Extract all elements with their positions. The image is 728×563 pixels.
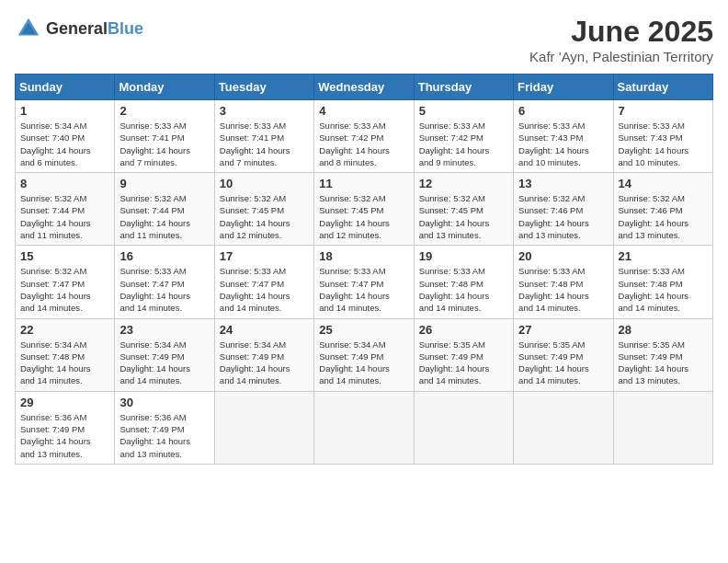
calendar-cell: 5Sunrise: 5:33 AM Sunset: 7:42 PM Daylig… <box>414 100 513 173</box>
calendar-cell: 9Sunrise: 5:32 AM Sunset: 7:44 PM Daylig… <box>115 173 214 246</box>
calendar-cell: 16Sunrise: 5:33 AM Sunset: 7:47 PM Dayli… <box>115 246 214 318</box>
calendar-cell: 10Sunrise: 5:32 AM Sunset: 7:45 PM Dayli… <box>214 173 313 246</box>
day-info: Sunrise: 5:32 AM Sunset: 7:46 PM Dayligh… <box>619 192 708 241</box>
calendar-cell: 24Sunrise: 5:34 AM Sunset: 7:49 PM Dayli… <box>214 318 313 391</box>
day-number: 9 <box>119 177 209 190</box>
day-info: Sunrise: 5:32 AM Sunset: 7:46 PM Dayligh… <box>518 192 608 241</box>
calendar-cell: 1Sunrise: 5:34 AM Sunset: 7:40 PM Daylig… <box>16 100 115 173</box>
day-number: 28 <box>619 323 708 337</box>
calendar-cell: 28Sunrise: 5:35 AM Sunset: 7:49 PM Dayli… <box>613 318 712 391</box>
calendar-week-row: 29Sunrise: 5:36 AM Sunset: 7:49 PM Dayli… <box>16 391 713 464</box>
calendar-cell: 20Sunrise: 5:33 AM Sunset: 7:48 PM Dayli… <box>514 246 613 318</box>
day-number: 18 <box>319 249 408 263</box>
calendar-cell <box>514 391 613 464</box>
day-info: Sunrise: 5:34 AM Sunset: 7:40 PM Dayligh… <box>20 120 109 168</box>
day-info: Sunrise: 5:35 AM Sunset: 7:49 PM Dayligh… <box>419 339 508 387</box>
day-info: Sunrise: 5:33 AM Sunset: 7:47 PM Dayligh… <box>220 265 309 314</box>
calendar-cell: 26Sunrise: 5:35 AM Sunset: 7:49 PM Dayli… <box>414 318 513 391</box>
col-header-monday: Monday <box>115 75 214 100</box>
calendar-cell: 7Sunrise: 5:33 AM Sunset: 7:43 PM Daylig… <box>613 100 712 173</box>
day-number: 26 <box>419 323 508 337</box>
page-header: GeneralBlue June 2025 Kafr 'Ayn, Palesti… <box>15 15 713 64</box>
day-info: Sunrise: 5:33 AM Sunset: 7:47 PM Dayligh… <box>319 265 408 314</box>
calendar-cell: 2Sunrise: 5:33 AM Sunset: 7:41 PM Daylig… <box>115 100 214 173</box>
day-number: 3 <box>220 104 309 118</box>
day-number: 21 <box>619 249 708 263</box>
calendar-cell: 27Sunrise: 5:35 AM Sunset: 7:49 PM Dayli… <box>514 318 613 391</box>
day-info: Sunrise: 5:32 AM Sunset: 7:45 PM Dayligh… <box>419 192 508 241</box>
col-header-saturday: Saturday <box>613 75 712 100</box>
col-header-friday: Friday <box>514 75 613 100</box>
calendar-cell: 13Sunrise: 5:32 AM Sunset: 7:46 PM Dayli… <box>514 173 613 246</box>
day-number: 19 <box>419 249 508 263</box>
day-info: Sunrise: 5:33 AM Sunset: 7:43 PM Dayligh… <box>619 120 708 168</box>
day-number: 29 <box>20 396 109 409</box>
calendar-cell: 6Sunrise: 5:33 AM Sunset: 7:43 PM Daylig… <box>514 100 613 173</box>
day-number: 1 <box>20 104 109 118</box>
calendar-cell: 23Sunrise: 5:34 AM Sunset: 7:49 PM Dayli… <box>115 318 214 391</box>
title-block: June 2025 Kafr 'Ayn, Palestinian Territo… <box>529 15 713 64</box>
col-header-wednesday: Wednesday <box>314 75 414 100</box>
day-info: Sunrise: 5:33 AM Sunset: 7:42 PM Dayligh… <box>419 120 508 168</box>
day-info: Sunrise: 5:34 AM Sunset: 7:48 PM Dayligh… <box>20 339 109 387</box>
page-title: June 2025 <box>529 15 713 49</box>
calendar-cell: 22Sunrise: 5:34 AM Sunset: 7:48 PM Dayli… <box>16 318 115 391</box>
calendar-week-row: 22Sunrise: 5:34 AM Sunset: 7:48 PM Dayli… <box>16 318 713 391</box>
col-header-thursday: Thursday <box>414 75 513 100</box>
day-number: 30 <box>119 396 209 409</box>
day-info: Sunrise: 5:35 AM Sunset: 7:49 PM Dayligh… <box>518 339 608 387</box>
day-info: Sunrise: 5:32 AM Sunset: 7:44 PM Dayligh… <box>20 192 109 241</box>
day-info: Sunrise: 5:33 AM Sunset: 7:48 PM Dayligh… <box>518 265 608 314</box>
day-number: 27 <box>518 323 608 337</box>
day-number: 5 <box>419 104 508 118</box>
day-number: 22 <box>20 323 109 337</box>
day-number: 23 <box>119 323 209 337</box>
logo-blue: Blue <box>108 19 143 38</box>
day-number: 17 <box>220 249 309 263</box>
day-number: 10 <box>220 177 309 190</box>
calendar-cell: 21Sunrise: 5:33 AM Sunset: 7:48 PM Dayli… <box>613 246 712 318</box>
calendar-cell: 11Sunrise: 5:32 AM Sunset: 7:45 PM Dayli… <box>314 173 414 246</box>
calendar-cell <box>314 391 414 464</box>
calendar-week-row: 8Sunrise: 5:32 AM Sunset: 7:44 PM Daylig… <box>16 173 713 246</box>
calendar-week-row: 1Sunrise: 5:34 AM Sunset: 7:40 PM Daylig… <box>16 100 713 173</box>
day-info: Sunrise: 5:36 AM Sunset: 7:49 PM Dayligh… <box>20 411 109 460</box>
day-info: Sunrise: 5:33 AM Sunset: 7:48 PM Dayligh… <box>619 265 708 314</box>
calendar-cell: 19Sunrise: 5:33 AM Sunset: 7:48 PM Dayli… <box>414 246 513 318</box>
calendar-cell <box>414 391 513 464</box>
day-number: 4 <box>319 104 408 118</box>
day-number: 7 <box>619 104 708 118</box>
logo-text: GeneralBlue <box>46 19 143 39</box>
calendar-cell: 17Sunrise: 5:33 AM Sunset: 7:47 PM Dayli… <box>214 246 313 318</box>
day-info: Sunrise: 5:33 AM Sunset: 7:47 PM Dayligh… <box>119 265 209 314</box>
day-number: 25 <box>319 323 408 337</box>
calendar-cell: 8Sunrise: 5:32 AM Sunset: 7:44 PM Daylig… <box>16 173 115 246</box>
day-number: 8 <box>20 177 109 190</box>
page-subtitle: Kafr 'Ayn, Palestinian Territory <box>529 49 713 64</box>
logo: GeneralBlue <box>15 15 143 42</box>
day-number: 6 <box>518 104 608 118</box>
day-info: Sunrise: 5:34 AM Sunset: 7:49 PM Dayligh… <box>319 339 408 387</box>
day-info: Sunrise: 5:32 AM Sunset: 7:45 PM Dayligh… <box>319 192 408 241</box>
day-info: Sunrise: 5:35 AM Sunset: 7:49 PM Dayligh… <box>619 339 708 387</box>
day-info: Sunrise: 5:32 AM Sunset: 7:45 PM Dayligh… <box>220 192 309 241</box>
col-header-sunday: Sunday <box>16 75 115 100</box>
day-info: Sunrise: 5:33 AM Sunset: 7:42 PM Dayligh… <box>319 120 408 168</box>
day-info: Sunrise: 5:32 AM Sunset: 7:47 PM Dayligh… <box>20 265 109 314</box>
day-info: Sunrise: 5:34 AM Sunset: 7:49 PM Dayligh… <box>119 339 209 387</box>
logo-icon <box>15 15 42 42</box>
calendar-cell: 4Sunrise: 5:33 AM Sunset: 7:42 PM Daylig… <box>314 100 414 173</box>
logo-general: General <box>46 19 108 38</box>
calendar-cell: 29Sunrise: 5:36 AM Sunset: 7:49 PM Dayli… <box>16 391 115 464</box>
calendar-header-row: SundayMondayTuesdayWednesdayThursdayFrid… <box>16 75 713 100</box>
day-number: 11 <box>319 177 408 190</box>
day-number: 12 <box>419 177 508 190</box>
day-number: 2 <box>119 104 209 118</box>
day-number: 16 <box>119 249 209 263</box>
calendar-cell <box>613 391 712 464</box>
calendar-cell: 30Sunrise: 5:36 AM Sunset: 7:49 PM Dayli… <box>115 391 214 464</box>
day-info: Sunrise: 5:33 AM Sunset: 7:48 PM Dayligh… <box>419 265 508 314</box>
calendar-cell <box>214 391 313 464</box>
calendar-cell: 25Sunrise: 5:34 AM Sunset: 7:49 PM Dayli… <box>314 318 414 391</box>
calendar-week-row: 15Sunrise: 5:32 AM Sunset: 7:47 PM Dayli… <box>16 246 713 318</box>
